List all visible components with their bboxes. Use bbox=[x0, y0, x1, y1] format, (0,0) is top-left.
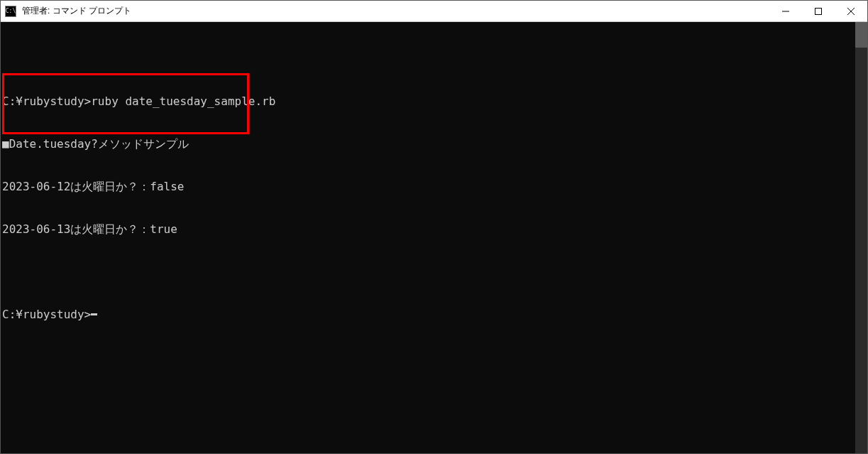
terminal-line: C:¥rubystudy>ruby date_tuesday_sample.rb bbox=[2, 94, 854, 109]
terminal-line bbox=[2, 265, 854, 279]
scrollbar-thumb[interactable] bbox=[855, 22, 867, 48]
terminal-line: ■Date.tuesday?メソッドサンプル bbox=[2, 137, 854, 151]
close-button[interactable] bbox=[835, 1, 867, 21]
minimize-icon bbox=[782, 8, 789, 15]
app-icon: C:\ bbox=[5, 6, 16, 17]
minimize-button[interactable] bbox=[769, 1, 802, 21]
command-prompt-window: C:\ 管理者: コマンド プロンプト C:¥rubystudy>ruby da… bbox=[0, 0, 868, 454]
maximize-button[interactable] bbox=[802, 1, 835, 21]
close-icon bbox=[847, 8, 855, 15]
terminal-output[interactable]: C:¥rubystudy>ruby date_tuesday_sample.rb… bbox=[1, 22, 855, 453]
terminal-line bbox=[2, 52, 854, 66]
vertical-scrollbar[interactable] bbox=[855, 22, 867, 453]
terminal-line: 2023-06-13は火曜日か？：true bbox=[2, 222, 854, 237]
svg-rect-1 bbox=[815, 8, 822, 14]
titlebar[interactable]: C:\ 管理者: コマンド プロンプト bbox=[1, 1, 867, 22]
cursor bbox=[91, 313, 97, 315]
terminal-prompt-line: C:¥rubystudy> bbox=[2, 308, 854, 322]
window-title: 管理者: コマンド プロンプト bbox=[21, 5, 769, 17]
maximize-icon bbox=[815, 8, 822, 15]
terminal-area: C:¥rubystudy>ruby date_tuesday_sample.rb… bbox=[1, 22, 867, 453]
window-controls bbox=[769, 1, 867, 21]
terminal-line: 2023-06-12は火曜日か？：false bbox=[2, 180, 854, 194]
